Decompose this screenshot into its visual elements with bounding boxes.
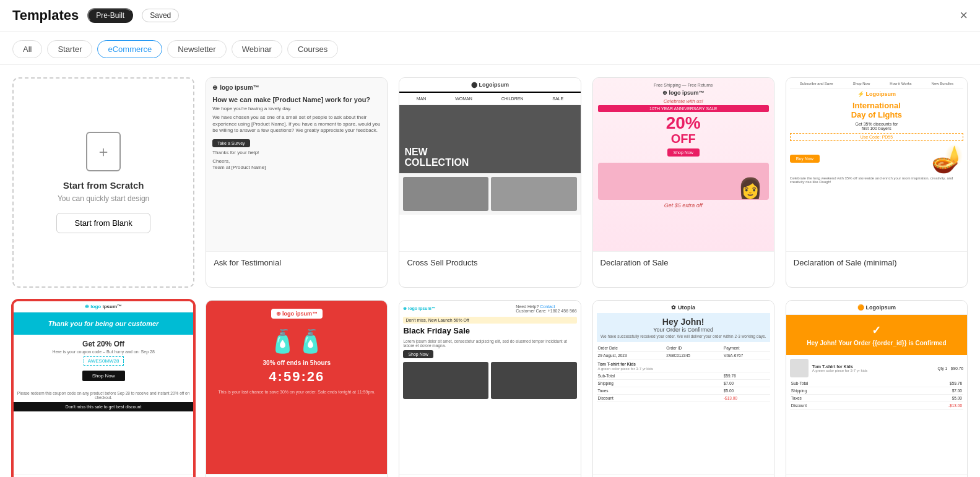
tab-all[interactable]: All <box>12 40 42 58</box>
template-preview-ask-testimonial: ⊕ logo ipsum™ How we can make [Product N… <box>206 78 387 251</box>
start-from-scratch-card[interactable]: ＋ Start from Scratch You can quickly sta… <box>12 77 194 288</box>
template-preview-declaration-sale: Free Shipping — Free Returns ⊕ logo ipsu… <box>593 78 774 251</box>
template-label-new-product-launch: New Product Launch <box>399 474 580 477</box>
tab-webinar[interactable]: Webinar <box>232 40 282 58</box>
template-label-personalised-coupon: Personalised Coupon <box>14 475 193 477</box>
header: Templates Pre-Built Saved × <box>0 0 980 32</box>
tab-newsletter[interactable]: Newsletter <box>167 40 226 58</box>
close-button[interactable]: × <box>960 9 968 22</box>
logo-ipsum-icon: ⊕ <box>212 84 217 91</box>
prebuilt-tab-button[interactable]: Pre-Built <box>87 8 133 23</box>
template-preview-last-reminder: ⊕ logo ipsum™ 🧴🧴 30% off ends in 5hours … <box>206 301 387 474</box>
add-document-icon: ＋ <box>86 132 121 171</box>
template-preview-personalised-coupon: ⊕ logo ipsum™ Thank you for being our cu… <box>14 301 193 475</box>
template-label-declaration-sale-minimal: Declaration of Sale (minimal) <box>786 251 967 273</box>
template-preview-order-notification-2: 🟠 Logoipsum ✓ Hey John! Your Order {{ord… <box>786 301 967 474</box>
start-blank-button[interactable]: Start from Blank <box>56 213 150 233</box>
tab-courses[interactable]: Courses <box>287 40 338 58</box>
scratch-subtitle: You can quickly start design <box>58 194 149 203</box>
category-tabs: All Starter eCommerce Newsletter Webinar… <box>0 32 980 65</box>
scratch-title: Start from Scratch <box>63 180 144 191</box>
template-card-ask-testimonial[interactable]: ⊕ logo ipsum™ How we can make [Product N… <box>206 77 388 288</box>
template-label-last-reminder: Last Reminder for Sale <box>206 474 387 477</box>
template-card-personalised-coupon[interactable]: ⊕ logo ipsum™ Thank you for being our cu… <box>12 300 194 477</box>
template-card-order-notification-1[interactable]: ✿ Utopia Hey John! Your Order is Confirm… <box>592 300 774 477</box>
saved-tab-button[interactable]: Saved <box>142 9 179 22</box>
page-title: Templates <box>12 7 79 24</box>
template-label-declaration-sale: Declaration of Sale <box>593 251 774 273</box>
template-label-order-notification-1: Order Notification 1 <box>593 474 774 477</box>
template-preview-cross-sell: ⬤ Logoipsum MANWOMANCHILDRENSALE NEWCOLL… <box>399 78 580 251</box>
templates-grid-row2: ⊕ logo ipsum™ Thank you for being our cu… <box>0 300 980 477</box>
template-card-declaration-sale[interactable]: Free Shipping — Free Returns ⊕ logo ipsu… <box>592 77 774 288</box>
template-label-cross-sell: Cross Sell Products <box>399 251 580 273</box>
template-card-last-reminder[interactable]: ⊕ logo ipsum™ 🧴🧴 30% off ends in 5hours … <box>206 300 388 477</box>
template-card-cross-sell[interactable]: ⬤ Logoipsum MANWOMANCHILDRENSALE NEWCOLL… <box>399 77 581 288</box>
template-card-order-notification-2[interactable]: 🟠 Logoipsum ✓ Hey John! Your Order {{ord… <box>786 300 968 477</box>
template-label-order-notification-2: Order Notification 2 <box>786 474 967 477</box>
tab-starter[interactable]: Starter <box>47 40 92 58</box>
template-card-declaration-sale-minimal[interactable]: Subscribe and SaveShop NowHow it WorksNe… <box>786 77 968 288</box>
tab-ecommerce[interactable]: eCommerce <box>97 40 162 58</box>
template-label-ask-testimonial: Ask for Testimonial <box>206 251 387 273</box>
template-preview-order-notification-1: ✿ Utopia Hey John! Your Order is Confirm… <box>593 301 774 474</box>
template-preview-declaration-sale-minimal: Subscribe and SaveShop NowHow it WorksNe… <box>786 78 967 251</box>
templates-grid: ＋ Start from Scratch You can quickly sta… <box>0 65 980 300</box>
template-card-new-product-launch[interactable]: ⊕ logo ipsum™ Need Help? ContactCustomer… <box>399 300 581 477</box>
template-preview-new-product-launch: ⊕ logo ipsum™ Need Help? ContactCustomer… <box>399 301 580 474</box>
